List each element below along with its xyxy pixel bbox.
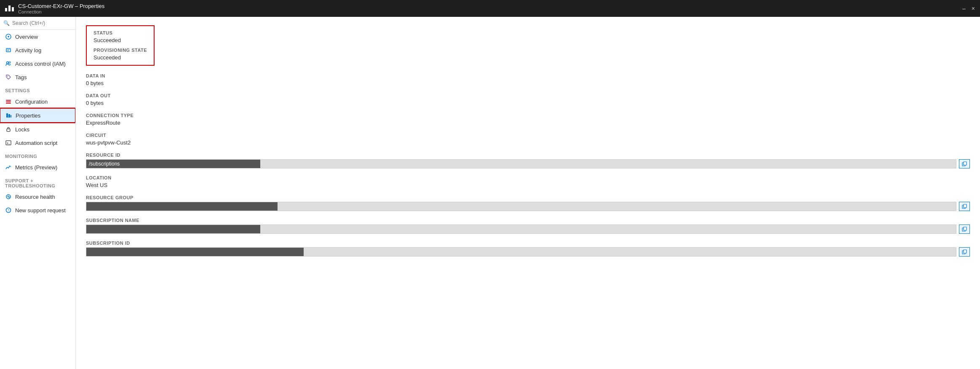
svg-rect-19 <box>964 162 967 165</box>
subscription-id-copy-button[interactable] <box>959 247 970 257</box>
data-out-section: DATA OUT 0 bytes <box>86 93 970 106</box>
support-icon: ? <box>5 207 12 214</box>
section-support: SUPPORT + TROUBLESHOOTING <box>0 174 75 190</box>
resource-group-copy-button[interactable] <box>959 202 970 211</box>
subscription-id-label: SUBSCRIPTION ID <box>86 241 970 246</box>
sidebar-item-label: New support request <box>15 207 66 214</box>
svg-rect-25 <box>964 250 967 253</box>
svg-rect-9 <box>6 103 11 104</box>
main-content: STATUS Succeeded PROVISIONING STATE Succ… <box>76 17 980 369</box>
status-value: Succeeded <box>93 37 147 43</box>
circuit-section: CIRCUIT wus-pvtpvw-Cust2 <box>86 133 970 146</box>
home-icon <box>5 33 12 40</box>
circuit-label: CIRCUIT <box>86 133 970 138</box>
sidebar-item-label: Locks <box>15 126 29 133</box>
sidebar-item-new-support-request[interactable]: ? New support request <box>0 203 75 217</box>
sidebar-item-label: Configuration <box>15 99 48 105</box>
location-label: LOCATION <box>86 175 970 180</box>
resource-group-section: RESOURCE GROUP <box>86 195 970 211</box>
sidebar-item-tags[interactable]: Tags <box>0 70 75 84</box>
svg-rect-10 <box>6 113 8 118</box>
location-value: West US <box>86 182 970 188</box>
sidebar-item-label: Resource health <box>15 194 55 200</box>
tag-icon <box>5 74 12 80</box>
svg-point-6 <box>7 76 8 77</box>
search-input[interactable] <box>12 20 72 26</box>
sidebar-item-metrics[interactable]: Metrics (Preview) <box>0 160 75 174</box>
subscription-id-bar <box>86 247 956 257</box>
sidebar-item-label: Properties <box>16 112 40 119</box>
subscription-name-bar <box>86 225 956 234</box>
svg-rect-12 <box>11 115 11 118</box>
sidebar: 🔍 Overview Activity log <box>0 17 76 369</box>
sidebar-item-locks[interactable]: Locks <box>0 123 75 136</box>
subscription-name-copy-button[interactable] <box>959 225 970 234</box>
app-subtitle: Connection <box>18 9 104 14</box>
data-out-value: 0 bytes <box>86 100 970 106</box>
title-bar: CS-Customer-EXr-GW – Properties Connecti… <box>0 0 980 17</box>
svg-point-5 <box>9 62 11 63</box>
config-icon <box>5 98 12 105</box>
svg-rect-23 <box>964 227 967 230</box>
provisioning-label: PROVISIONING STATE <box>93 48 147 53</box>
people-icon <box>5 60 12 67</box>
resource-id-bar: /subscriptions <box>86 159 956 168</box>
section-settings: SETTINGS <box>0 84 75 95</box>
svg-rect-13 <box>7 129 10 131</box>
properties-icon <box>5 112 12 119</box>
svg-rect-1 <box>6 48 11 52</box>
sidebar-item-access-control[interactable]: Access control (IAM) <box>0 57 75 70</box>
subscription-id-section: SUBSCRIPTION ID <box>86 241 970 257</box>
health-icon <box>5 193 12 200</box>
status-label: STATUS <box>93 30 147 35</box>
search-bar[interactable]: 🔍 <box>0 17 75 30</box>
script-icon <box>5 139 12 146</box>
data-in-section: DATA IN 0 bytes <box>86 73 970 86</box>
sidebar-item-configuration[interactable]: Configuration <box>0 95 75 108</box>
connection-type-section: CONNECTION TYPE ExpressRoute <box>86 113 970 126</box>
log-icon <box>5 47 12 53</box>
sidebar-item-label: Overview <box>15 34 38 40</box>
data-out-label: DATA OUT <box>86 93 970 98</box>
data-in-label: DATA IN <box>86 73 970 78</box>
app-title: CS-Customer-EXr-GW – Properties <box>18 3 104 9</box>
sidebar-item-label: Automation script <box>15 140 57 146</box>
subscription-name-section: SUBSCRIPTION NAME <box>86 218 970 234</box>
svg-rect-21 <box>964 204 967 208</box>
sidebar-item-resource-health[interactable]: Resource health <box>0 190 75 203</box>
resource-id-copy-button[interactable] <box>959 159 970 168</box>
connection-type-label: CONNECTION TYPE <box>86 113 970 118</box>
sidebar-item-activity-log[interactable]: Activity log <box>0 43 75 57</box>
sidebar-item-label: Metrics (Preview) <box>15 164 57 171</box>
svg-rect-7 <box>6 100 11 101</box>
resource-id-label: RESOURCE ID <box>86 152 970 158</box>
minimize-button[interactable]: – <box>962 5 966 12</box>
connection-type-value: ExpressRoute <box>86 120 970 126</box>
status-section: STATUS Succeeded <box>93 30 147 43</box>
app-logo <box>5 5 14 11</box>
svg-rect-11 <box>8 114 10 118</box>
sidebar-item-overview[interactable]: Overview <box>0 30 75 43</box>
resource-group-label: RESOURCE GROUP <box>86 195 970 200</box>
svg-rect-8 <box>6 102 11 102</box>
resource-group-bar <box>86 202 956 211</box>
svg-point-4 <box>7 62 9 64</box>
circuit-value: wus-pvtpvw-Cust2 <box>86 139 970 146</box>
resource-id-text: /subscriptions <box>89 161 120 167</box>
sidebar-item-label: Tags <box>15 74 27 80</box>
metrics-icon <box>5 164 12 171</box>
location-section: LOCATION West US <box>86 175 970 188</box>
svg-rect-14 <box>6 141 11 145</box>
sidebar-item-automation-script[interactable]: Automation script <box>0 136 75 150</box>
close-button[interactable]: × <box>972 5 975 12</box>
provisioning-value: Succeeded <box>93 54 147 61</box>
subscription-name-label: SUBSCRIPTION NAME <box>86 218 970 223</box>
sidebar-item-label: Access control (IAM) <box>15 61 66 67</box>
sidebar-item-properties[interactable]: Properties <box>0 108 75 123</box>
lock-icon <box>5 126 12 133</box>
sidebar-item-label: Activity log <box>15 47 41 53</box>
data-in-value: 0 bytes <box>86 80 970 86</box>
resource-id-section: RESOURCE ID /subscriptions <box>86 152 970 168</box>
search-icon: 🔍 <box>3 20 10 26</box>
svg-text:?: ? <box>8 209 10 212</box>
